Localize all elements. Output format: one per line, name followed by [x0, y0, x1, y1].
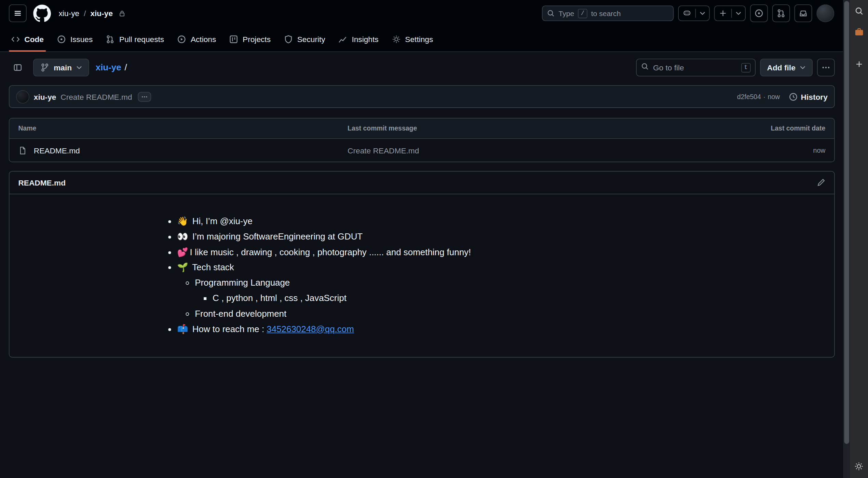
kebab-horizontal-icon	[822, 63, 830, 72]
commit-sha: d2fe504	[737, 93, 761, 100]
commit-author-avatar[interactable]	[16, 90, 29, 103]
search-placeholder-post: to search	[591, 9, 621, 17]
tab-projects[interactable]: Projects	[225, 27, 275, 52]
tab-pull-requests-label: Pull requests	[119, 35, 164, 43]
add-file-label: Add file	[767, 63, 796, 72]
sidebar-add-button[interactable]	[852, 57, 866, 71]
table-row[interactable]: README.md Create README.md now	[10, 139, 835, 162]
toolbar-right-actions: t Add file	[636, 59, 835, 77]
tab-projects-label: Projects	[243, 35, 271, 43]
sidebar-toolbox-button[interactable]	[852, 26, 866, 39]
breadcrumb-repo-link[interactable]: xiu-ye	[90, 9, 113, 18]
github-page: xiu-ye / xiu-ye Type / to search	[0, 0, 843, 478]
repo-content: main xiu-ye / t Add file	[0, 52, 843, 478]
more-options-button[interactable]	[817, 59, 835, 77]
history-label: History	[801, 92, 828, 101]
user-avatar[interactable]	[816, 4, 834, 22]
private-lock-icon	[118, 10, 125, 17]
t-key-hint: t	[741, 63, 750, 72]
add-file-button[interactable]: Add file	[760, 59, 813, 77]
github-header: xiu-ye / xiu-ye Type / to search	[0, 0, 843, 27]
tab-insights[interactable]: Insights	[334, 27, 383, 52]
search-icon	[641, 63, 649, 72]
copilot-button	[678, 5, 709, 21]
search-icon	[854, 6, 863, 15]
plus-icon	[854, 60, 863, 69]
history-clock-icon	[789, 92, 798, 101]
repo-nav-tabs: Code Issues Pull requests Actions Projec…	[0, 27, 843, 52]
issue-opened-icon	[57, 35, 66, 43]
readme-content: 👋 Hi, I’m @xiu-ye 👀 I’m majoring Softwar…	[142, 194, 702, 357]
tab-settings[interactable]: Settings	[387, 27, 437, 52]
edit-readme-button[interactable]	[816, 178, 825, 187]
hamburger-menu-button[interactable]	[9, 4, 27, 22]
commit-description-toggle[interactable]	[138, 92, 151, 101]
pull-requests-dashboard-button[interactable]	[772, 4, 790, 22]
readme-sublist-item: Front-end development	[195, 307, 684, 321]
inbox-button[interactable]	[795, 4, 812, 22]
tab-issues[interactable]: Issues	[53, 27, 97, 52]
history-link[interactable]: History	[789, 92, 828, 101]
commit-sha-link[interactable]: d2fe504 · now	[737, 93, 780, 100]
plus-icon[interactable]	[715, 6, 731, 21]
readme-list-item: 👀 I’m majoring SoftwareEngineering at GD…	[177, 230, 684, 244]
readme-sublist-item: Programming Language C , python , html ,…	[195, 276, 684, 305]
repo-root-link[interactable]: xiu-ye	[96, 63, 121, 72]
readme-subsublist-item: C , python , html , css , JavaScript	[213, 292, 684, 305]
inbox-icon	[799, 9, 808, 18]
commit-message-link[interactable]: Create README.md	[60, 92, 132, 101]
hearts-emoji: 💕	[177, 247, 188, 257]
breadcrumb-owner-link[interactable]: xiu-ye	[59, 9, 80, 18]
browser-window: xiu-ye / xiu-ye Type / to search	[0, 0, 868, 478]
path-breadcrumb: xiu-ye /	[96, 63, 127, 72]
hamburger-icon	[13, 9, 22, 18]
eyes-emoji: 👀	[177, 232, 188, 241]
contact-email-link[interactable]: 3452630248@qq.com	[267, 324, 354, 334]
toolbox-icon	[854, 27, 864, 37]
branch-selector-button[interactable]: main	[33, 59, 89, 77]
tab-insights-label: Insights	[352, 35, 378, 43]
global-search-box[interactable]: Type / to search	[542, 5, 674, 21]
go-to-file-input[interactable]	[653, 63, 737, 72]
copilot-icon[interactable]	[679, 6, 695, 21]
sidebar-toggle-button[interactable]	[9, 59, 27, 77]
row-commit-date: now	[718, 146, 834, 154]
readme-header: README.md	[10, 172, 835, 194]
scrollbar-thumb[interactable]	[844, 1, 849, 444]
readme-list-item: 👋 Hi, I’m @xiu-ye	[177, 215, 684, 229]
header-name: Name	[10, 124, 348, 132]
branch-name-label: main	[54, 63, 72, 72]
sidebar-settings-button[interactable]	[852, 460, 866, 473]
file-icon	[18, 146, 27, 155]
issues-dashboard-button[interactable]	[750, 4, 768, 22]
create-new-button	[714, 5, 746, 21]
breadcrumb-separator: /	[84, 9, 86, 18]
path-separator: /	[124, 63, 127, 72]
commit-time: now	[768, 93, 780, 100]
readme-list-item: 🌱 Tech stack Programming Language C , py…	[177, 261, 684, 321]
file-name-link[interactable]: README.md	[34, 146, 80, 155]
tab-pull-requests[interactable]: Pull requests	[101, 27, 168, 52]
play-circle-icon	[177, 35, 186, 43]
tab-security[interactable]: Security	[280, 27, 330, 52]
commit-author-link[interactable]: xiu-ye	[34, 92, 56, 101]
file-table-header: Name Last commit message Last commit dat…	[10, 119, 835, 139]
breadcrumb: xiu-ye / xiu-ye	[59, 9, 126, 18]
create-new-caret[interactable]	[732, 6, 745, 21]
tab-actions[interactable]: Actions	[173, 27, 220, 52]
shield-icon	[284, 35, 293, 43]
git-branch-icon	[40, 63, 49, 72]
row-commit-message-link[interactable]: Create README.md	[348, 146, 419, 155]
tab-settings-label: Settings	[405, 35, 433, 43]
page-scrollbar[interactable]	[843, 0, 850, 478]
github-logo[interactable]	[33, 4, 51, 22]
tab-security-label: Security	[297, 35, 325, 43]
copilot-dropdown-caret[interactable]	[696, 6, 709, 21]
mailbox-emoji: 📫	[177, 324, 188, 334]
commit-meta-separator: ·	[763, 93, 765, 100]
git-pull-request-icon	[777, 9, 786, 18]
tab-code[interactable]: Code	[6, 27, 48, 52]
tab-issues-label: Issues	[70, 35, 93, 43]
sidebar-search-button[interactable]	[852, 4, 866, 18]
readme-list-item: 💕I like music , drawing , cooking , phot…	[177, 246, 684, 259]
